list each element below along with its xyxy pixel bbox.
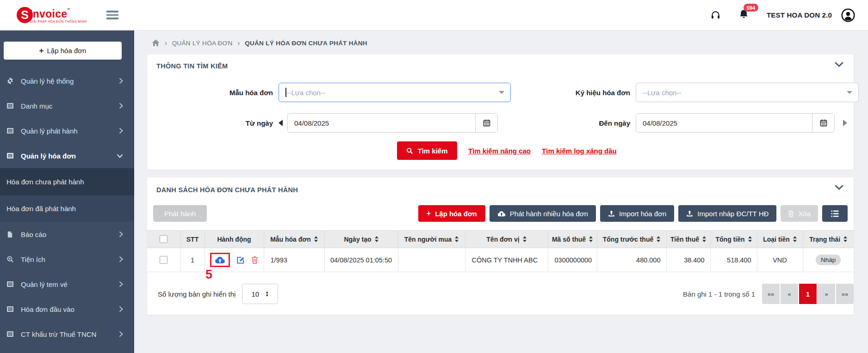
- from-date-input[interactable]: [288, 114, 475, 132]
- page-size-value: 10: [252, 290, 260, 298]
- sidebar-item-label: Danh mục: [21, 102, 52, 110]
- search-button[interactable]: Tìm kiếm: [397, 141, 457, 160]
- pager-page-1-button[interactable]: 1: [799, 284, 817, 304]
- row-taxcode-cell: 0300000000: [548, 248, 597, 272]
- import-draft-button[interactable]: Import nháp ĐC/TT HĐ: [678, 205, 776, 222]
- col-header-trang-thai[interactable]: Trạng thái: [803, 231, 854, 248]
- col-header-ma-so-thue[interactable]: Mã số thuế: [548, 231, 597, 248]
- sidebar-item-hoa-don-da-phat-hanh[interactable]: Hóa đơn đã phát hành: [0, 195, 134, 222]
- advanced-search-link[interactable]: Tìm kiếm nâng cao: [468, 147, 531, 155]
- sort-icon[interactable]: [793, 236, 797, 242]
- sidebar-item-quan-ly-he-thong[interactable]: Quản lý hệ thống: [0, 68, 134, 93]
- select-caret-icon: [847, 91, 852, 94]
- search-button-label: Tìm kiếm: [417, 147, 447, 155]
- pager-prev-button[interactable]: «: [781, 284, 798, 304]
- list-icon: [6, 305, 15, 313]
- sidebar-item-danh-muc[interactable]: Danh mục: [0, 93, 134, 118]
- publish-many-label: Phát hành nhiều hóa đơn: [510, 210, 588, 218]
- col-header-loai-tien[interactable]: Loại tiền: [757, 231, 803, 248]
- next-day-arrow-icon[interactable]: [843, 120, 847, 126]
- col-header-mau-hoa-don[interactable]: Mẫu hóa đơn: [264, 231, 324, 248]
- row-created-cell: 04/08/2025 01:05:50: [324, 248, 398, 272]
- import-invoice-button[interactable]: Import hóa đơn: [600, 205, 674, 222]
- fuel-log-search-link[interactable]: Tìm kiếm log xăng dầu: [542, 147, 617, 155]
- pager-next-button[interactable]: »: [818, 284, 835, 304]
- sinvoice-logo[interactable]: S Invoice ” GIẢI PHÁP HÓA ĐƠN THÔNG MINH: [17, 7, 87, 23]
- sidebar-item-quan-ly-phat-hanh[interactable]: Quản lý phát hành: [0, 118, 134, 143]
- hamburger-menu-icon[interactable]: [106, 11, 118, 19]
- sidebar-item-hoa-don-chua-phat-hanh[interactable]: Hóa đơn chưa phát hành: [0, 168, 134, 195]
- col-header-tong-truoc-thue[interactable]: Tổng trước thuế: [597, 231, 666, 248]
- breadcrumb-separator: ›: [165, 39, 167, 47]
- col-header-tien-thue[interactable]: Tiền thuế: [666, 231, 710, 248]
- pagination: Bản ghi 1 - 1 trong số 1 «« « 1 » »»: [683, 284, 854, 304]
- records-count-text: Bản ghi 1 - 1 trong số 1: [683, 290, 755, 298]
- search-panel: THÔNG TIN TÌM KIẾM Mẫu hóa đơn --Lựa chọ…: [147, 55, 854, 170]
- breadcrumb-level1[interactable]: QUẢN LÝ HÓA ĐƠN: [172, 40, 233, 47]
- sort-icon[interactable]: [314, 236, 318, 242]
- from-date-cell: [279, 113, 511, 133]
- sort-icon[interactable]: [455, 236, 459, 242]
- select-all-checkbox[interactable]: [160, 235, 167, 243]
- col-header-ten-don-vi[interactable]: Tên đơn vị: [465, 231, 548, 248]
- annotation-step-label: 5: [205, 268, 212, 280]
- avatar[interactable]: [841, 8, 855, 22]
- col-label: Tổng tiền: [716, 236, 745, 243]
- upload-icon: [608, 210, 615, 217]
- sidebar-item-bao-cao[interactable]: Báo cáo: [0, 222, 134, 247]
- invoice-template-select[interactable]: --Lựa chọn--: [279, 83, 511, 102]
- publish-cloud-upload-icon[interactable]: [215, 256, 225, 264]
- home-icon[interactable]: [152, 39, 160, 47]
- to-date-cell: [636, 113, 859, 133]
- publish-many-button[interactable]: Phát hành nhiều hóa đơn: [490, 205, 596, 222]
- sidebar-item-ct-khau-tru-thue[interactable]: CT khấu trừ Thuế TNCN: [0, 322, 134, 347]
- sort-icon[interactable]: [702, 236, 706, 242]
- create-invoice-button[interactable]: + Lập hóa đơn: [4, 42, 122, 60]
- row-checkbox[interactable]: [160, 256, 167, 264]
- create-invoice-button[interactable]: + Lập hóa đơn: [418, 205, 485, 222]
- sidebar-item-tien-ich[interactable]: Tiện ích: [0, 247, 134, 272]
- to-date-calendar-button[interactable]: [812, 114, 834, 132]
- sidebar-item-quan-ly-tem-ve[interactable]: Quản lý tem vé: [0, 272, 134, 297]
- delete-trash-icon[interactable]: [251, 256, 258, 264]
- prev-day-arrow-icon[interactable]: [279, 120, 283, 126]
- col-label: STT: [186, 236, 198, 243]
- col-header-ten-nguoi-mua[interactable]: Tên người mua: [398, 231, 465, 248]
- sort-icon[interactable]: [375, 236, 378, 242]
- sidebar-item-quan-ly-hoa-don[interactable]: Quản lý hóa đơn: [0, 143, 134, 168]
- notifications-bell[interactable]: 594: [738, 9, 749, 21]
- headset-icon[interactable]: [710, 10, 721, 20]
- utility-search-icon: [6, 256, 15, 263]
- page-size-stepper[interactable]: 10 ▲▼: [242, 284, 278, 304]
- sidebar-menu: Quản lý hệ thống Danh mục Quản lý phát h…: [0, 68, 134, 347]
- sort-icon[interactable]: [843, 236, 847, 242]
- sort-icon[interactable]: [589, 236, 593, 242]
- delete-button[interactable]: Xóa: [781, 205, 818, 222]
- table-header-row: STT Hành động Mẫu hóa đơn Ngày tạo Tên n…: [147, 231, 854, 248]
- col-header-tong-tien[interactable]: Tổng tiền: [710, 231, 757, 248]
- sidebar-subitem-label: Hóa đơn chưa phát hành: [6, 178, 84, 186]
- report-icon: [6, 231, 15, 238]
- logo-name: Invoice: [30, 8, 67, 19]
- publish-button[interactable]: Phát hành: [153, 205, 207, 222]
- col-header-ngay-tao[interactable]: Ngày tạo: [324, 231, 398, 248]
- sidebar-item-hoa-don-dau-vao[interactable]: Hóa đơn đầu vào: [0, 297, 134, 322]
- collapse-chevron-icon[interactable]: [835, 62, 843, 67]
- to-date-input[interactable]: [636, 114, 812, 132]
- collapse-chevron-icon[interactable]: [835, 185, 843, 190]
- sort-icon[interactable]: [523, 236, 527, 242]
- top-bar: S Invoice ” GIẢI PHÁP HÓA ĐƠN THÔNG MINH…: [0, 0, 868, 30]
- sort-icon[interactable]: [657, 236, 660, 242]
- edit-icon[interactable]: [236, 256, 245, 265]
- pager-last-button[interactable]: »»: [836, 284, 854, 304]
- column-settings-button[interactable]: [822, 205, 848, 222]
- from-date-calendar-button[interactable]: [475, 114, 497, 132]
- to-date-label: Đến ngày: [515, 119, 632, 127]
- sort-icon[interactable]: [748, 236, 752, 242]
- sidebar-item-label: Quản lý hóa đơn: [21, 152, 76, 160]
- stepper-arrows-icon[interactable]: ▲▼: [265, 291, 269, 297]
- cloud-upload-icon: [497, 210, 506, 217]
- invoice-symbol-select[interactable]: --Lựa chọn--: [636, 83, 859, 102]
- pager-first-button[interactable]: ««: [762, 284, 780, 304]
- status-badge: Nháp: [816, 255, 841, 265]
